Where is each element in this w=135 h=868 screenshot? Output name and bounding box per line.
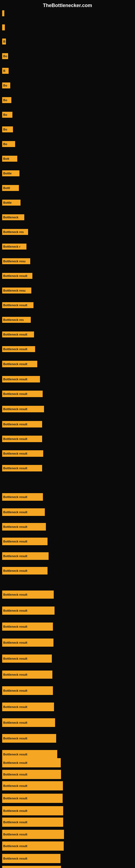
bar-item: Bottleneck result bbox=[2, 450, 43, 457]
bar-label: Bottleneck result bbox=[3, 721, 27, 724]
bar-label: Bottleneck result bbox=[3, 657, 27, 660]
bar-label: Bottleneck result bbox=[3, 495, 27, 499]
bar-item: Bottleneck result bbox=[2, 376, 40, 382]
bar-item: Bottleneck result bbox=[2, 567, 48, 575]
bar-label: Bottleneck result bbox=[3, 784, 27, 787]
bar-item: Bottleneck res bbox=[2, 317, 31, 323]
bar-label: Bottle bbox=[3, 201, 12, 204]
bar-item: Bottleneck result bbox=[2, 391, 43, 397]
bar-label: B bbox=[3, 40, 5, 43]
bar-label: Bottleneck res bbox=[3, 318, 24, 321]
bar-item: Bottleneck res bbox=[2, 229, 28, 235]
bar-label: Bottleneck r bbox=[3, 245, 20, 248]
bar-label: Bottleneck result bbox=[3, 362, 27, 366]
bar-item: Bottl bbox=[2, 185, 19, 191]
bar-item: Bottleneck result bbox=[2, 758, 61, 767]
bar-label: Bottleneck result bbox=[3, 304, 27, 307]
bar-label: Bottleneck result bbox=[3, 844, 27, 848]
bar-label: Bottleneck resu bbox=[3, 289, 26, 292]
bar-label: Bo bbox=[3, 98, 7, 102]
bar-label: Bo bbox=[3, 128, 7, 131]
bar-label: B bbox=[3, 69, 5, 72]
bar-label: Bottleneck result bbox=[3, 437, 27, 440]
bar-label: Bottleneck result bbox=[3, 833, 27, 836]
bar-label: Bottleneck result bbox=[3, 347, 27, 351]
bar-item: Bottleneck result bbox=[2, 273, 32, 279]
bar-label: Bottleneck result bbox=[3, 274, 27, 278]
bar-item: Bottleneck result bbox=[2, 671, 52, 679]
bar-item: Bottleneck result bbox=[2, 806, 63, 815]
bar-item: Bottleneck result bbox=[2, 538, 48, 545]
bar-item: Bottleneck result bbox=[2, 817, 63, 827]
bar-item: Bottleneck result bbox=[2, 830, 64, 839]
bar-label: Bottleneck result bbox=[3, 467, 27, 470]
bar-item: Bottleneck resu bbox=[2, 287, 31, 293]
bar-item: Bo bbox=[2, 83, 10, 88]
site-title: TheBottlenecker.com bbox=[0, 1, 135, 10]
bar-item: Bo bbox=[2, 53, 8, 59]
bar-label: Bottleneck result bbox=[3, 452, 27, 455]
bar-item: Bottleneck bbox=[2, 214, 24, 220]
bar-label: Bo bbox=[3, 113, 7, 116]
bar-label: Bottleneck res bbox=[3, 230, 24, 234]
bar-label: Bottleneck result bbox=[3, 809, 27, 812]
bar-item: Bottleneck result bbox=[2, 703, 54, 711]
bar-item: Bottleneck result bbox=[2, 552, 49, 560]
bar-item: B bbox=[2, 38, 6, 44]
bar-item: Bottleneck result bbox=[2, 607, 54, 615]
bar-item: Bottleneck result bbox=[2, 302, 34, 308]
bar-item: Bottle bbox=[2, 199, 20, 206]
bar-label: Bottleneck result bbox=[3, 625, 27, 628]
bar-label: Bottleneck result bbox=[3, 407, 27, 411]
bar-label: Bottleneck result bbox=[3, 510, 27, 514]
bar-item: Bottleneck result bbox=[2, 508, 45, 516]
bar-item: Bottleneck result bbox=[2, 854, 60, 863]
bar-label: Bottleneck result bbox=[3, 333, 27, 336]
bar-label: Bottleneck result bbox=[3, 569, 27, 572]
bar-item: Bottleneck resu bbox=[2, 258, 30, 264]
bar-item: Bottleneck result bbox=[2, 332, 34, 337]
bar-item: Bo bbox=[2, 112, 12, 118]
bar-label: Bottleneck result bbox=[3, 689, 27, 692]
bar-label: Bo bbox=[3, 143, 7, 146]
bar-label: Bottleneck result bbox=[3, 609, 27, 612]
bar-item: Bottleneck result bbox=[2, 841, 64, 850]
bar-label: Bottleneck result bbox=[3, 737, 27, 740]
bar-item: Bottleneck result bbox=[2, 750, 57, 759]
bar-item: Bottle bbox=[2, 170, 19, 176]
bar-label: Bottleneck result bbox=[3, 525, 27, 528]
bar-label: Bott bbox=[3, 157, 9, 160]
bar-item: Bottleneck result bbox=[2, 718, 55, 727]
bar-item: Bottleneck result bbox=[2, 436, 42, 442]
bar-item: B bbox=[2, 68, 9, 74]
bar-item bbox=[2, 24, 5, 30]
bar-item: Bottleneck result bbox=[2, 590, 54, 599]
bar-label: Bo bbox=[3, 55, 7, 58]
bar-item: Bottleneck result bbox=[2, 770, 61, 779]
bar-label: Bottleneck result bbox=[3, 593, 27, 596]
bar-item: Bottleneck result bbox=[2, 639, 53, 647]
bar-item: Bottleneck result bbox=[2, 794, 63, 803]
bar-item: Bo bbox=[2, 97, 11, 103]
bar-item: Bottleneck result bbox=[2, 686, 53, 695]
bar-item: Bottleneck result bbox=[2, 866, 61, 868]
bar-label: Bottleneck result bbox=[3, 857, 27, 860]
bar-label: Bottleneck bbox=[3, 216, 18, 219]
bar-label: Bottleneck result bbox=[3, 820, 27, 824]
bar-label: Bottleneck result bbox=[3, 773, 27, 776]
bar-item: Bo bbox=[2, 141, 15, 147]
bar-item: Bottleneck result bbox=[2, 622, 53, 631]
bar-label: Bottleneck resu bbox=[3, 259, 26, 263]
bar-item: Bottleneck result bbox=[2, 523, 46, 531]
bar-item: Bottleneck result bbox=[2, 406, 44, 412]
bar-item bbox=[2, 10, 4, 16]
bar-item: Bottleneck result bbox=[2, 421, 42, 428]
bar-label: Bottleneck result bbox=[3, 540, 27, 543]
bar-item: Bottleneck result bbox=[2, 465, 42, 471]
bar-item: Bottleneck result bbox=[2, 781, 63, 790]
bar-item: Bottleneck r bbox=[2, 244, 27, 250]
bar-item: Bottleneck result bbox=[2, 493, 43, 501]
bar-label: Bottleneck result bbox=[3, 378, 27, 381]
bar-item: Bott bbox=[2, 156, 17, 162]
bar-label: Bo bbox=[3, 84, 7, 87]
